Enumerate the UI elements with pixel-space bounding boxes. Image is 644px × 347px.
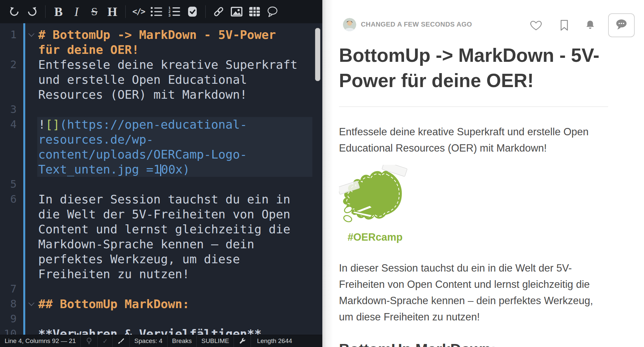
editor-rows: 1# BottomUp -> MarkDown - 5V-Powerfür de… — [0, 27, 322, 335]
image-icon — [231, 7, 243, 17]
doc-length: Length 2644 — [251, 335, 322, 347]
wrench-icon[interactable] — [234, 335, 251, 347]
code-line: resources.de/wp- — [38, 132, 154, 147]
editor-scrollbar[interactable] — [315, 28, 320, 81]
preview-pane: CHANGED A FEW SECONDS AGO Bot — [332, 0, 644, 347]
bookmark-icon[interactable] — [560, 19, 569, 31]
article-title: BottomUp -> MarkDown - 5V-Power für dein… — [339, 43, 608, 93]
ordered-list-icon: 123 — [168, 6, 180, 17]
fold-chevron-icon[interactable] — [28, 300, 34, 306]
editor-row[interactable]: und erstelle Open Educational — [0, 72, 322, 87]
code-editor[interactable]: 1# BottomUp -> MarkDown - 5V-Powerfür de… — [0, 23, 322, 335]
editor-row[interactable]: die Welt der 5V-Freiheiten von Open — [0, 207, 322, 222]
line-number: 8 — [0, 296, 17, 311]
editor-row[interactable]: 4![](https://open-educational- — [0, 117, 322, 132]
bold-icon: B — [54, 5, 62, 18]
bell-icon[interactable] — [584, 19, 596, 31]
editor-row[interactable]: Resources (OER) mit Markdown! — [0, 87, 322, 102]
code-line: Text_unten.jpg =100x) — [38, 162, 190, 177]
linebreak-setting[interactable]: Breaks — [167, 335, 197, 347]
line-number: 1 — [0, 27, 17, 42]
pane-divider[interactable] — [322, 0, 332, 347]
table-icon — [249, 7, 260, 17]
oercamp-logo-image: #OERcamp — [339, 165, 419, 243]
code-line: und erstelle Open Educational — [38, 72, 247, 87]
bullet-list-button[interactable] — [148, 3, 165, 21]
editor-row[interactable]: 10**Verwahren & Vervielfältigen** — [0, 326, 322, 335]
line-number: 9 — [0, 311, 17, 326]
editor-row[interactable]: 1# BottomUp -> MarkDown - 5V-Power — [0, 27, 322, 42]
code-line: Content und lernst gleichzeitig die — [38, 222, 290, 237]
editor-row[interactable]: perfektes Werkzeug, um diese — [0, 252, 322, 267]
editor-row[interactable]: Freiheiten zu nutzen! — [0, 267, 322, 282]
image-button[interactable] — [228, 3, 246, 21]
cursor-position[interactable]: Line 4, Columns 92 — 21 — [0, 335, 81, 347]
code-line: Entfessele deine kreative Superkraft — [38, 57, 297, 72]
status-bar: Line 4, Columns 92 — 21 ✓ Spaces: 4 Brea… — [0, 335, 322, 347]
line-number: 3 — [0, 102, 17, 117]
last-changed-label: CHANGED A FEW SECONDS AGO — [361, 21, 472, 28]
editor-row[interactable]: 7 — [0, 282, 322, 296]
indent-setting[interactable]: Spaces: 4 — [130, 335, 167, 347]
link-button[interactable] — [210, 3, 228, 21]
editor-row[interactable]: 8## BottomUp MarkDown: — [0, 296, 322, 311]
preview-actions — [530, 13, 635, 37]
editor-row[interactable]: 3 — [0, 102, 322, 117]
heart-icon[interactable] — [530, 20, 542, 31]
title-divider — [339, 106, 608, 107]
toolbar-separator — [205, 5, 206, 18]
link-icon — [213, 6, 224, 17]
app-window: B I S H </> 123 — [0, 0, 644, 347]
table-button[interactable] — [246, 3, 264, 21]
code-button[interactable]: </> — [130, 3, 148, 21]
brush-icon[interactable] — [113, 335, 130, 347]
editor-row[interactable]: Markdown-Sprache kennen – dein — [0, 237, 322, 252]
strikethrough-button[interactable]: S — [85, 3, 103, 21]
editor-row[interactable]: 9 — [0, 311, 322, 326]
line-number: 7 — [0, 282, 17, 296]
user-avatar[interactable] — [343, 18, 356, 31]
code-line: content/uploads/OERCamp-Logo- — [38, 147, 247, 162]
editor-row[interactable]: für deine OER! — [0, 42, 322, 57]
heading-button[interactable]: H — [103, 3, 121, 21]
logo-caption: #OERcamp — [339, 231, 419, 243]
line-number: 5 — [0, 177, 17, 192]
bold-button[interactable]: B — [50, 3, 67, 21]
editor-row[interactable]: 2Entfessele deine kreative Superkraft — [0, 57, 322, 72]
fold-chevron-icon[interactable] — [28, 31, 34, 37]
undo-button[interactable] — [5, 3, 23, 21]
editor-row[interactable]: Content und lernst gleichzeitig die — [0, 222, 322, 237]
task-list-button[interactable] — [183, 3, 201, 21]
code-line: Resources (OER) mit Markdown! — [38, 87, 247, 102]
line-number: 6 — [0, 192, 17, 207]
ordered-list-button[interactable]: 123 — [165, 3, 183, 21]
editor-row[interactable]: Text_unten.jpg =100x) — [0, 162, 322, 177]
code-line: **Verwahren & Vervielfältigen** — [38, 326, 262, 335]
code-line: Markdown-Sprache kennen – dein — [38, 237, 254, 252]
keymap-setting[interactable]: SUBLIME — [197, 335, 234, 347]
flame-logo — [339, 165, 415, 231]
check-icon[interactable]: ✓ — [98, 335, 113, 347]
preview-header: CHANGED A FEW SECONDS AGO — [339, 13, 635, 37]
italic-icon: I — [74, 5, 79, 18]
line-number: 10 — [0, 326, 17, 335]
lightbulb-icon[interactable] — [81, 335, 98, 347]
task-list-icon — [187, 6, 197, 17]
italic-button[interactable]: I — [67, 3, 85, 21]
open-comments-button[interactable] — [608, 13, 635, 37]
redo-button[interactable] — [23, 3, 41, 21]
editor-row[interactable]: 5 — [0, 177, 322, 192]
comment-icon — [267, 6, 278, 17]
editor-row[interactable]: resources.de/wp- — [0, 132, 322, 147]
comment-button[interactable] — [264, 3, 281, 21]
editor-row[interactable]: 6In dieser Session tauchst du ein in — [0, 192, 322, 207]
article-subheading: BottomUp MarkDown: — [339, 340, 608, 347]
redo-icon — [27, 6, 38, 17]
editor-pane: B I S H </> 123 — [0, 0, 322, 347]
editor-row[interactable]: content/uploads/OERCamp-Logo- — [0, 147, 322, 162]
line-number: 4 — [0, 117, 17, 132]
bullet-list-icon — [151, 7, 162, 17]
toolbar-separator — [45, 5, 46, 18]
svg-text:3: 3 — [168, 13, 170, 17]
code-line: # BottomUp -> MarkDown - 5V-Power — [38, 27, 276, 42]
